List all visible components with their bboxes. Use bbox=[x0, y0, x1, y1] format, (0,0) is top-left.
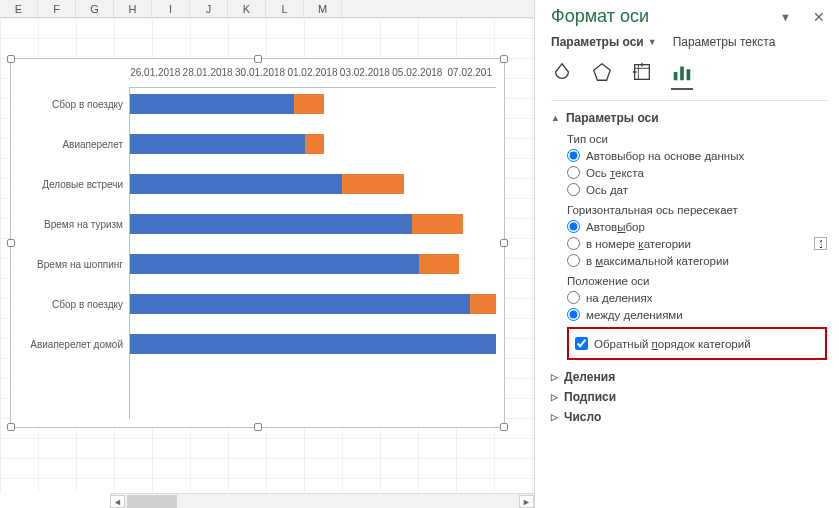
radio-cross-at-category[interactable]: в номере категории bbox=[567, 237, 827, 250]
bar-segment-blue[interactable] bbox=[129, 254, 419, 274]
section-axis-options[interactable]: ▲ Параметры оси bbox=[551, 111, 827, 125]
section-number[interactable]: ▷ Число bbox=[551, 410, 827, 424]
category-label[interactable]: Сбор в поездку bbox=[19, 299, 129, 310]
radio-input[interactable] bbox=[567, 254, 580, 267]
resize-handle[interactable] bbox=[7, 239, 15, 247]
bar-track bbox=[129, 174, 496, 194]
category-label[interactable]: Деловые встречи bbox=[19, 179, 129, 190]
pane-title: Формат оси bbox=[551, 6, 649, 27]
column-header[interactable]: L bbox=[266, 0, 304, 17]
chevron-down-icon: ▼ bbox=[648, 37, 657, 47]
bar-track bbox=[129, 334, 496, 354]
bar-row: Авиаперелет домой bbox=[19, 324, 496, 364]
checkbox-input[interactable] bbox=[575, 337, 588, 350]
plot-area[interactable]: Сбор в поездкуАвиаперелетДеловые встречи… bbox=[19, 84, 496, 364]
column-header[interactable]: F bbox=[38, 0, 76, 17]
radio-on-ticks[interactable]: на делениях bbox=[567, 291, 827, 304]
radio-input[interactable] bbox=[567, 220, 580, 233]
radio-cross-auto[interactable]: Автовыбор bbox=[567, 220, 827, 233]
category-label[interactable]: Сбор в поездку bbox=[19, 99, 129, 110]
section-label: Число bbox=[564, 410, 601, 424]
bar-segment-orange[interactable] bbox=[305, 134, 323, 154]
category-label[interactable]: Время на туризм bbox=[19, 219, 129, 230]
bar-segment-orange[interactable] bbox=[412, 214, 463, 234]
section-labels[interactable]: ▷ Подписи bbox=[551, 390, 827, 404]
radio-input[interactable] bbox=[567, 237, 580, 250]
expand-icon: ▲ bbox=[551, 113, 560, 123]
column-header[interactable]: K bbox=[228, 0, 266, 17]
radio-auto-by-data[interactable]: Автовыбор на основе данных bbox=[567, 149, 827, 162]
resize-handle[interactable] bbox=[254, 423, 262, 431]
scroll-right-icon[interactable]: ► bbox=[519, 495, 534, 508]
radio-label: Автовыбор bbox=[586, 221, 645, 233]
radio-input[interactable] bbox=[567, 183, 580, 196]
resize-handle[interactable] bbox=[500, 423, 508, 431]
scroll-left-icon[interactable]: ◄ bbox=[110, 495, 125, 508]
radio-input[interactable] bbox=[567, 149, 580, 162]
column-header[interactable]: J bbox=[190, 0, 228, 17]
resize-handle[interactable] bbox=[7, 55, 15, 63]
bar-row: Сбор в поездку bbox=[19, 84, 496, 124]
category-label[interactable]: Авиаперелет bbox=[19, 139, 129, 150]
radio-label: Ось текста bbox=[586, 167, 644, 179]
bar-segment-blue[interactable] bbox=[129, 334, 496, 354]
axis-options-icon[interactable] bbox=[671, 61, 693, 90]
radio-input[interactable] bbox=[567, 308, 580, 321]
section-tick-marks[interactable]: ▷ Деления bbox=[551, 370, 827, 384]
column-header[interactable]: M bbox=[304, 0, 342, 17]
tab-text-options[interactable]: Параметры текста bbox=[673, 35, 776, 49]
x-tick-label: 28.01.2018 bbox=[181, 67, 233, 78]
radio-label: на делениях bbox=[586, 292, 653, 304]
bar-segment-blue[interactable] bbox=[129, 94, 294, 114]
category-number-input[interactable] bbox=[814, 237, 827, 250]
resize-handle[interactable] bbox=[500, 239, 508, 247]
bar-segment-blue[interactable] bbox=[129, 294, 470, 314]
x-tick-label: 26.01.2018 bbox=[129, 67, 181, 78]
bar-segment-orange[interactable] bbox=[294, 94, 323, 114]
size-properties-icon[interactable] bbox=[631, 61, 653, 90]
category-label[interactable]: Время на шоппинг bbox=[19, 259, 129, 270]
bar-row: Авиаперелет bbox=[19, 124, 496, 164]
bar-track bbox=[129, 94, 496, 114]
resize-handle[interactable] bbox=[254, 55, 262, 63]
radio-cross-at-max[interactable]: в максимальной категории bbox=[567, 254, 827, 267]
radio-date-axis[interactable]: Ось дат bbox=[567, 183, 827, 196]
resize-handle[interactable] bbox=[7, 423, 15, 431]
radio-text-axis[interactable]: Ось текста bbox=[567, 166, 827, 179]
bar-segment-blue[interactable] bbox=[129, 174, 342, 194]
effects-icon[interactable] bbox=[591, 61, 613, 90]
bar-segment-orange[interactable] bbox=[470, 294, 496, 314]
worksheet-cells[interactable]: 26.01.201828.01.201830.01.201801.02.2018… bbox=[0, 18, 534, 493]
worksheet-area[interactable]: EFGHIJKLM 26.01.201828.01.201830.01.2018… bbox=[0, 0, 534, 508]
pane-options-icon[interactable]: ▼ bbox=[780, 11, 791, 23]
bar-segment-blue[interactable] bbox=[129, 214, 412, 234]
column-header[interactable]: H bbox=[114, 0, 152, 17]
x-tick-label: 05.02.2018 bbox=[391, 67, 443, 78]
collapse-icon: ▷ bbox=[551, 412, 558, 422]
radio-input[interactable] bbox=[567, 166, 580, 179]
category-label[interactable]: Авиаперелет домой bbox=[19, 339, 129, 350]
column-header[interactable]: I bbox=[152, 0, 190, 17]
fill-line-icon[interactable] bbox=[551, 61, 573, 90]
bar-segment-blue[interactable] bbox=[129, 134, 305, 154]
bar-segment-orange[interactable] bbox=[342, 174, 404, 194]
collapse-icon: ▷ bbox=[551, 372, 558, 382]
embedded-chart[interactable]: 26.01.201828.01.201830.01.201801.02.2018… bbox=[10, 58, 505, 428]
checkbox-reverse-order[interactable]: Обратный порядок категорий bbox=[575, 337, 819, 350]
column-header[interactable]: E bbox=[0, 0, 38, 17]
radio-input[interactable] bbox=[567, 291, 580, 304]
radio-between-ticks[interactable]: между делениями bbox=[567, 308, 827, 321]
column-header[interactable]: G bbox=[76, 0, 114, 17]
svg-rect-4 bbox=[687, 69, 691, 80]
close-icon[interactable]: ✕ bbox=[811, 9, 827, 25]
highlighted-option: Обратный порядок категорий bbox=[567, 327, 827, 360]
x-axis-labels[interactable]: 26.01.201828.01.201830.01.201801.02.2018… bbox=[129, 67, 496, 78]
resize-handle[interactable] bbox=[500, 55, 508, 63]
format-axis-pane: Формат оси ▼ ✕ Параметры оси ▼ Параметры… bbox=[534, 0, 839, 508]
tab-axis-options[interactable]: Параметры оси ▼ bbox=[551, 35, 657, 49]
scroll-thumb[interactable] bbox=[127, 495, 177, 508]
bar-segment-orange[interactable] bbox=[419, 254, 459, 274]
column-headers: EFGHIJKLM bbox=[0, 0, 534, 18]
svg-rect-1 bbox=[635, 65, 650, 80]
horizontal-scrollbar[interactable]: ◄ ► bbox=[110, 493, 534, 508]
